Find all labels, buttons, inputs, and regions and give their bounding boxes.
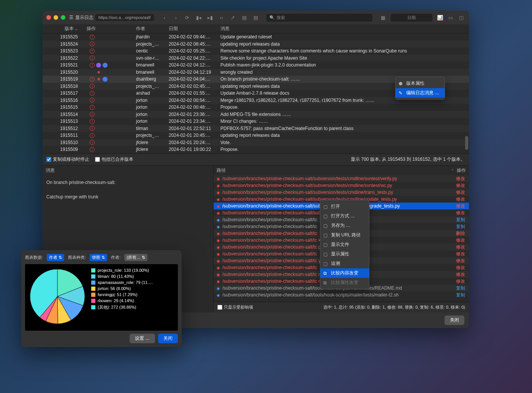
include-merged-checkbox[interactable]: 包括已合并版本 [95,156,133,163]
menu-item[interactable]: ▢另存为 … [320,221,369,230]
log-row[interactable]: 1915515!jorton2024-02-02 00:48:…Propose. [43,104,469,111]
chart-controls: 图表数据: 作者⇅ 图表种类: 饼图⇅ 作者: (所有…⇅ [25,254,178,261]
settings-button[interactable]: 设置 … [130,334,155,343]
search-input[interactable]: 🔍 搜索 [266,14,372,22]
path-action: 复制 [456,217,467,223]
op-icon: ! [90,147,95,152]
col-ops[interactable]: 操作 [84,24,133,33]
log-row[interactable]: 1915514!jorton2024-02-01 23:36:…Add MPEG… [43,111,469,118]
path-action: 修改 [456,237,467,244]
log-row[interactable]: 1915511!projects_…2024-02-01 20:45:…upda… [43,132,469,139]
menu-item[interactable]: ▢显示属性 [320,249,369,259]
path-text: /subversion/branches/pristine-checksum-s… [222,210,322,216]
scrollbar[interactable] [465,136,468,150]
op-icon [103,63,108,68]
legend-label: tilman: 80 (11.43%) [98,274,134,279]
menu-item[interactable]: ✎编辑日志消息 … [396,88,445,98]
menu-item[interactable]: ▢追溯 [320,259,369,268]
doc1-icon[interactable]: ▤ [241,14,248,21]
menu-item[interactable]: ⬢版本属性 [396,79,445,88]
menu-label: 比较属性改变 [331,279,358,286]
path-action: 修改 [456,189,467,196]
search-icon: 🔍 [269,15,275,20]
minimize-window[interactable] [54,15,58,20]
op-icon: ! [90,98,95,103]
chart-icon[interactable]: 📊 [436,14,444,21]
skip-fwd-icon[interactable]: ▸▮ [206,14,214,21]
log-row[interactable]: 1915510!jfclere2024-02-01 20:24:…Vote. [43,139,469,146]
log-row[interactable]: 1915525!jhardin2024-02-02 09:44:…Update … [43,33,469,41]
path-row[interactable]: ◉ /subversion/branches/pristine-checksum… [214,175,469,182]
message-body[interactable]: On branch pristine-checksum-salt: Catchu… [43,175,213,205]
legend-item[interactable]: projects_role: 133 (19.00%) [91,268,174,273]
doc2-icon[interactable]: ▤ [252,14,260,21]
file-icon: ◉ [216,252,220,256]
nav-forward[interactable]: › [172,14,180,21]
layout1-icon[interactable]: ▭ [447,14,454,21]
log-row[interactable]: 1915512!tilman2024-02-01 22:52:11PDFBOX-… [43,125,469,132]
legend-item[interactable]: spamassassin_role: 79 (11.… [91,280,174,285]
chart-author-select[interactable]: (所有…⇅ [124,254,147,261]
open-icon[interactable]: ↗ [229,14,237,21]
url-field[interactable]: https://svn.a…org/repos/asf/ [95,14,154,21]
op-icon: ! [90,119,95,124]
path-header: 路径 ⌃ 操作 [214,166,469,175]
col-date[interactable]: 日期 [166,24,217,33]
close-window[interactable] [46,15,51,20]
log-row[interactable]: 1915520⊗bmarwell2024-02-02 04:12:19wrong… [43,69,469,76]
date-input[interactable]: 日期 [391,14,432,22]
nav-back[interactable]: ‹ [161,14,168,21]
legend-item[interactable]: rbowen: 29 (4.14%) [91,298,174,303]
layout2-icon[interactable]: ◫ [458,14,465,21]
path-row[interactable]: ◉ /subversion/branches/pristine-checksum… [214,292,469,298]
log-row[interactable]: 1915522!svn-site-r…2024-02-02 04:22:…Sit… [43,55,469,62]
col-author[interactable]: 作者 [133,24,166,33]
chart-type-select[interactable]: 饼图⇅ [90,254,107,261]
file-icon: ◉ [216,231,220,236]
chart-close-button[interactable]: 关闭 [158,334,178,343]
path-text: /subversion/branches/pristine-checksum-s… [222,251,317,257]
log-row[interactable]: 1915521!bmarwell2024-02-02 04:12:…Publis… [43,62,469,69]
legend-item[interactable]: fanningpj: 51 (7.29%) [91,292,174,297]
revision-context-menu[interactable]: ⬢版本属性✎编辑日志消息 … [395,77,445,100]
msg-line1: On branch pristine-checksum-salt: [46,179,209,186]
affected-only-checkbox[interactable]: 只显示受影响项 [217,304,253,310]
log-row[interactable]: 1915509!jfclere2024-02-01 19:00:22Propos… [43,146,469,153]
path-row[interactable]: ◉ /subversion/branches/pristine-checksum… [214,189,469,196]
zoom-window[interactable] [61,15,65,20]
op-icon: ! [90,112,95,117]
menu-icon: ▢ [323,252,329,257]
menu-label: 版本属性 [406,80,424,87]
legend-item[interactable]: (其他): 272 (38.86%) [91,304,174,310]
chart-data-select[interactable]: 作者⇅ [47,254,64,261]
path-action: 复制 [456,292,467,298]
path-panel: 路径 ⌃ 操作 ◉ /subversion/branches/pristine-… [214,166,469,312]
path-row[interactable]: ◉ /subversion/branches/pristine-checksum… [214,182,469,189]
calendar-icon[interactable]: ▦ [379,14,387,21]
menu-item[interactable]: ▢打开 [320,202,369,211]
col-revision[interactable]: 版本 ⌄ [43,24,84,33]
legend-item[interactable]: tilman: 80 (11.43%) [91,274,174,279]
path-context-menu[interactable]: ▢打开▢打开方式 …▢另存为 …▢复制 URL 路径▢显示文件▢显示属性▢追溯⧉… [320,200,369,289]
skip-back-icon[interactable]: ▮◂ [195,14,203,21]
menu-item[interactable]: ▢打开方式 … [320,211,369,221]
menu-item[interactable]: ⧉比较内容改变 [320,268,369,278]
menu-icon: ▢ [323,223,329,228]
col-message[interactable]: 消息 [217,24,469,33]
updown-icon: ⇅ [101,255,105,260]
log-row[interactable]: 1915513!jorton2024-02-01 23:34:…Minor CI… [43,118,469,125]
op-icon: ! [90,133,95,138]
refresh-icon[interactable]: ⟳ [184,14,191,21]
menu-item[interactable]: ▢复制 URL 路径 [320,230,369,240]
sort-asc-icon: ⌃ [451,169,454,173]
close-button[interactable]: 关闭 [445,315,464,325]
path-text: /subversion/branches/pristine-checksum-s… [222,196,397,202]
log-row[interactable]: 1915523!centic2024-02-02 05:25:…Remove s… [43,48,469,55]
menu-item[interactable]: ▢显示文件 [320,240,369,249]
stop-on-copy-checkbox[interactable]: 复制或移动时停止 [46,156,89,163]
log-row[interactable]: 1915524!projects_…2024-02-02 08:45:…upda… [43,41,469,48]
legend-item[interactable]: jorton: 56 (8.00%) [91,286,174,291]
path-action: 删除 [456,230,467,237]
path-text: /subversion/branches/pristine-checksum-s… [222,292,399,298]
diff-icon[interactable]: ‹› [218,14,225,21]
